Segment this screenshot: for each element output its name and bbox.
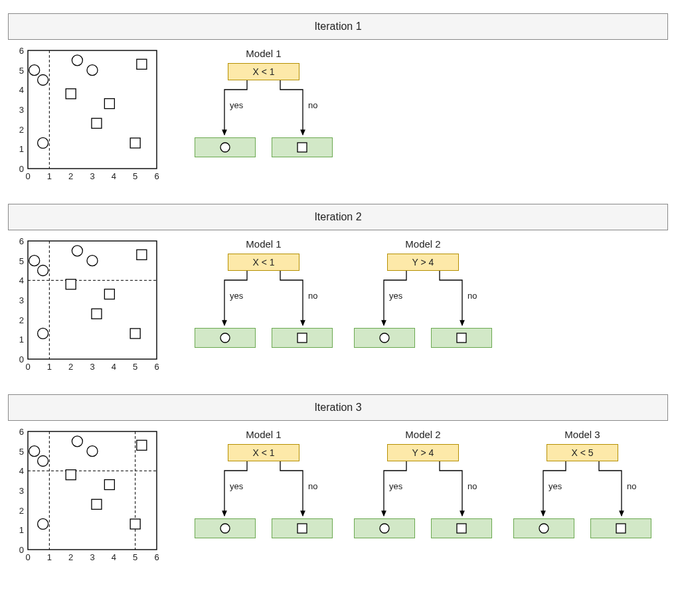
leaf-node-no <box>272 328 333 348</box>
circle-marker-icon <box>379 332 390 344</box>
yes-branch-label: yes <box>549 481 562 491</box>
model-title: Model 1 <box>246 238 281 250</box>
square-marker-icon <box>66 89 76 99</box>
iteration-header: Iteration 1 <box>8 13 668 40</box>
leaf-node-yes <box>354 328 415 348</box>
svg-point-4 <box>220 333 230 343</box>
square-marker-icon <box>104 289 114 299</box>
circle-marker-icon <box>87 65 98 76</box>
model-title: Model 2 <box>405 238 440 250</box>
condition-node: X < 1 <box>228 444 299 461</box>
condition-node: X < 5 <box>547 444 618 461</box>
model-title: Model 3 <box>564 429 600 440</box>
leaf-node-yes <box>513 518 574 538</box>
decision-tree: Model 2Y > 4yesno <box>353 429 493 538</box>
circle-marker-icon <box>29 256 40 266</box>
circle-marker-icon <box>219 141 231 153</box>
tree-branches: yesno <box>194 271 333 328</box>
circle-marker-icon <box>219 522 231 534</box>
leaf-node-yes <box>195 137 256 157</box>
svg-rect-5 <box>297 333 307 343</box>
condition-node: Y > 4 <box>387 444 459 461</box>
yes-branch-label: yes <box>230 481 243 491</box>
circle-marker-icon <box>29 446 40 457</box>
svg-point-11 <box>380 524 389 533</box>
circle-marker-icon <box>38 75 48 86</box>
tree-branches: yesno <box>353 461 493 518</box>
square-marker-icon <box>92 118 102 128</box>
square-marker-icon <box>137 440 147 450</box>
square-marker-icon <box>92 499 102 509</box>
iteration-header: Iteration 3 <box>8 394 668 421</box>
iteration-header: Iteration 2 <box>8 204 668 230</box>
svg-point-13 <box>539 524 549 533</box>
circle-marker-icon <box>379 522 390 534</box>
iteration-body: 01234560123456Model 1X < 1yesnoModel 2Y … <box>8 429 668 565</box>
iteration-body: 01234560123456Model 1X < 1yesnoModel 2Y … <box>8 238 668 374</box>
condition-node: X < 1 <box>228 254 299 271</box>
square-marker-icon <box>137 59 147 69</box>
square-marker-icon <box>130 138 140 148</box>
svg-point-9 <box>220 524 230 533</box>
model-title: Model 1 <box>246 48 281 59</box>
circle-marker-icon <box>38 456 48 467</box>
iteration-body: 01234560123456Model 1X < 1yesno <box>8 48 668 184</box>
svg-point-6 <box>380 333 389 343</box>
leaf-node-no <box>272 137 333 157</box>
leaf-node-yes <box>354 518 415 538</box>
scatter-plot: 01234560123456 <box>8 429 161 565</box>
square-marker-icon <box>104 99 114 109</box>
circle-marker-icon <box>219 332 231 344</box>
tree-branches: yesno <box>194 80 333 137</box>
circle-marker-icon <box>29 65 40 76</box>
square-marker-icon <box>456 332 467 344</box>
decision-tree: Model 1X < 1yesno <box>194 429 333 538</box>
decision-tree: Model 1X < 1yesno <box>194 48 333 157</box>
leaf-node-no <box>272 518 333 538</box>
yes-branch-label: yes <box>230 291 243 301</box>
condition-node: Y > 4 <box>387 254 459 271</box>
circle-marker-icon <box>72 246 82 256</box>
square-marker-icon <box>92 309 102 319</box>
leaf-node-yes <box>195 328 256 348</box>
scatter-plot: 01234560123456 <box>8 238 161 374</box>
circle-marker-icon <box>38 518 48 529</box>
leaf-node-no <box>590 518 651 538</box>
square-marker-icon <box>456 522 467 534</box>
no-branch-label: no <box>467 291 477 301</box>
square-marker-icon <box>66 279 76 289</box>
no-branch-label: no <box>467 481 477 491</box>
square-marker-icon <box>296 522 308 534</box>
svg-rect-7 <box>457 333 466 343</box>
tree-branches: yesno <box>513 461 652 518</box>
model-title: Model 1 <box>246 429 281 440</box>
decision-tree: Model 1X < 1yesno <box>194 238 333 348</box>
decision-tree: Model 2Y > 4yesno <box>353 238 493 348</box>
decision-tree: Model 3X < 5yesno <box>513 429 652 538</box>
circle-marker-icon <box>538 522 550 534</box>
no-branch-label: no <box>308 481 317 491</box>
square-marker-icon <box>296 141 308 153</box>
square-marker-icon <box>615 522 627 534</box>
no-branch-label: no <box>308 291 317 301</box>
no-branch-label: no <box>308 100 317 110</box>
svg-point-1 <box>220 143 230 152</box>
square-marker-icon <box>66 470 76 480</box>
circle-marker-icon <box>72 55 82 66</box>
svg-rect-14 <box>616 524 626 533</box>
square-marker-icon <box>130 519 140 529</box>
no-branch-label: no <box>627 481 636 491</box>
circle-marker-icon <box>38 137 48 148</box>
yes-branch-label: yes <box>389 481 402 491</box>
yes-branch-label: yes <box>389 291 402 301</box>
leaf-node-no <box>431 518 492 538</box>
circle-marker-icon <box>87 256 98 266</box>
square-marker-icon <box>296 332 308 344</box>
yes-branch-label: yes <box>230 100 243 110</box>
tree-branches: yesno <box>194 461 333 518</box>
svg-rect-12 <box>457 524 466 533</box>
square-marker-icon <box>137 250 147 260</box>
circle-marker-icon <box>38 328 48 339</box>
leaf-node-no <box>431 328 492 348</box>
condition-node: X < 1 <box>228 63 299 80</box>
